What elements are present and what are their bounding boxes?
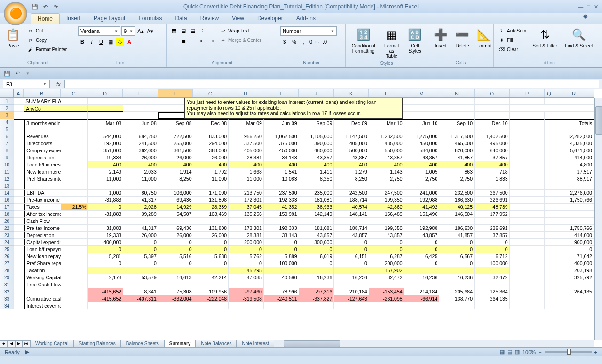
cell[interactable] (61, 218, 88, 225)
cell[interactable] (61, 126, 88, 133)
cell[interactable] (193, 182, 229, 190)
cell[interactable]: 135,256 (229, 211, 264, 218)
cell[interactable]: Mar-08 (88, 119, 123, 126)
cell[interactable] (475, 112, 510, 119)
cell[interactable] (545, 112, 554, 119)
row-header[interactable]: 7 (0, 140, 14, 147)
cell[interactable] (123, 218, 158, 225)
row-header[interactable]: 23 (0, 232, 14, 239)
cell[interactable] (14, 105, 24, 112)
cell[interactable]: 41,857 (439, 154, 475, 161)
delete-cells-button[interactable]: ➖Delete (452, 26, 472, 49)
cell[interactable]: New loan repayments (24, 253, 61, 260)
cell[interactable]: 1,062,500 (264, 133, 299, 140)
cell[interactable]: 0 (88, 204, 123, 211)
cell[interactable] (510, 182, 545, 190)
cell[interactable]: Capital expenditures (24, 239, 61, 246)
align-bottom-button[interactable]: ⬓ (189, 26, 197, 35)
sheet-tab[interactable]: Working Capital (30, 340, 73, 347)
row-header[interactable]: 9 (0, 154, 14, 161)
cell[interactable]: -31,883 (88, 197, 123, 204)
cell[interactable]: -53,579 (123, 274, 158, 281)
cell[interactable]: 500,000 (334, 147, 369, 154)
cell[interactable]: 0 (554, 246, 594, 253)
cell[interactable]: -203,198 (554, 267, 594, 274)
cell[interactable] (510, 204, 545, 211)
cell[interactable] (264, 281, 299, 288)
column-header[interactable]: E (123, 89, 158, 97)
cell[interactable]: 1,147,500 (334, 133, 369, 140)
cell[interactable]: 199,350 (369, 197, 404, 204)
cell[interactable]: -222,048 (193, 295, 229, 302)
cell[interactable] (14, 218, 24, 225)
sheet-tab[interactable]: Note Balances (196, 340, 237, 347)
cell[interactable] (14, 154, 24, 161)
cell[interactable]: -6,712 (475, 253, 510, 260)
cell[interactable] (404, 126, 440, 133)
row-header[interactable]: 17 (0, 204, 14, 211)
cell[interactable]: 400 (123, 161, 158, 168)
cell[interactable]: Free Cash Flow (24, 281, 61, 288)
cell[interactable]: 43,857 (369, 232, 404, 239)
cell-styles-button[interactable]: 🔠Cell Styles (405, 26, 425, 55)
cell[interactable]: 390,000 (299, 140, 334, 147)
cell[interactable]: 2,750 (369, 175, 404, 182)
cell[interactable]: 0 (264, 246, 299, 253)
cell[interactable]: 242,500 (334, 190, 369, 197)
cell[interactable]: -400,000 (554, 260, 594, 267)
cell[interactable]: 362,000 (123, 147, 158, 154)
cell[interactable] (404, 218, 440, 225)
cell[interactable]: 41,317 (123, 225, 158, 232)
cell[interactable]: 40,125 (439, 204, 475, 211)
wrap-text-button[interactable]: ↩Wrap Text (218, 26, 263, 35)
cell[interactable]: Dec-08 (193, 119, 229, 126)
orientation-button[interactable]: ⤸ (198, 26, 206, 35)
zoom-slider-thumb[interactable] (567, 349, 571, 355)
tab-next-button[interactable]: ▶ (15, 340, 23, 347)
cell[interactable]: 2,033 (123, 168, 158, 175)
column-header[interactable]: C (61, 89, 88, 97)
cell[interactable]: Jun-09 (264, 119, 299, 126)
cell[interactable] (14, 211, 24, 218)
cell[interactable] (299, 126, 334, 133)
cell[interactable]: Pre-tax income (24, 197, 61, 204)
cell[interactable] (61, 175, 88, 182)
cell[interactable]: 1,411 (299, 168, 334, 175)
row-header[interactable]: 18 (0, 211, 14, 218)
cell[interactable]: 1,914 (158, 168, 194, 175)
cell[interactable]: 956,250 (229, 133, 264, 140)
zoom-out-button[interactable]: − (539, 349, 541, 355)
cell[interactable]: 465,000 (439, 140, 475, 147)
cell[interactable]: 125,364 (475, 288, 510, 295)
column-header[interactable]: H (228, 89, 263, 97)
cell[interactable] (475, 98, 510, 105)
comma-button[interactable]: , (299, 38, 308, 46)
cell[interactable]: 40,574 (334, 204, 369, 211)
cell[interactable]: 237,500 (264, 190, 299, 197)
decrease-decimal-button[interactable]: ←.0 (318, 38, 326, 46)
cell[interactable]: 0 (123, 239, 158, 246)
cell[interactable]: 43,857 (404, 232, 440, 239)
cell[interactable] (510, 105, 545, 112)
cell[interactable] (299, 302, 334, 309)
cell[interactable] (510, 133, 545, 140)
cell[interactable]: 0 (158, 239, 194, 246)
cell[interactable] (404, 112, 440, 119)
select-all-corner[interactable] (0, 89, 14, 97)
cell[interactable]: 109,956 (193, 288, 229, 295)
cell[interactable]: 226,691 (475, 225, 510, 232)
ribbon-tab-developer[interactable]: Developer (251, 13, 290, 24)
ribbon-tab-data[interactable]: Data (168, 13, 193, 24)
cell[interactable] (545, 133, 554, 140)
cell[interactable]: -6,019 (299, 253, 334, 260)
cell[interactable]: 0 (88, 260, 123, 267)
cell[interactable] (14, 246, 24, 253)
currency-button[interactable]: $ (280, 38, 289, 46)
cell[interactable] (554, 295, 594, 302)
cell[interactable]: 247,500 (369, 190, 404, 197)
minimize-button[interactable]: — (578, 4, 583, 10)
row-header[interactable]: 4 (0, 119, 14, 126)
cell[interactable]: -16,236 (404, 274, 440, 281)
cell[interactable]: 361,500 (158, 147, 194, 154)
vertical-scrollbar[interactable] (594, 98, 602, 340)
